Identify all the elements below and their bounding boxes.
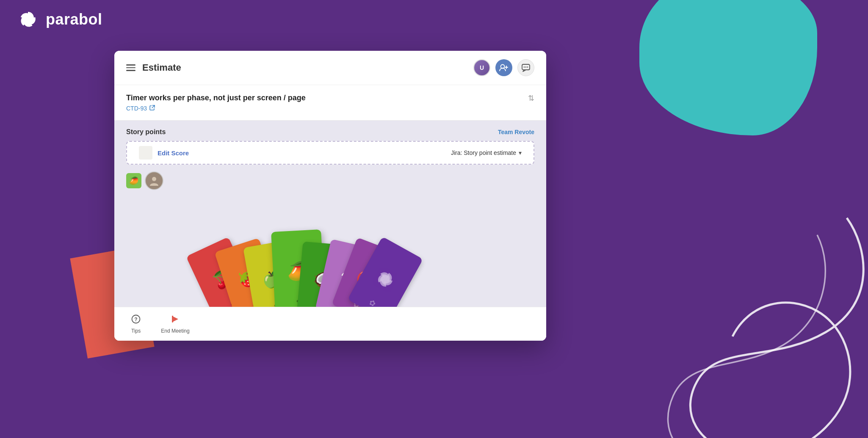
issue-link-text: CTD-93 xyxy=(126,105,147,112)
end-meeting-button[interactable]: End Meeting xyxy=(152,311,198,337)
issue-content: Timer works per phase, not just per scre… xyxy=(126,94,306,112)
card-title: Estimate xyxy=(142,62,181,73)
jira-dropdown-arrow-icon: ▾ xyxy=(519,149,522,156)
participant-vote-item: 🥭 xyxy=(126,171,163,190)
story-section: Story points Team Revote Edit Score Jira… xyxy=(114,121,546,341)
issue-title: Timer works per phase, not just per scre… xyxy=(126,94,306,102)
svg-text:?: ? xyxy=(134,317,137,322)
story-header: Story points Team Revote xyxy=(114,121,546,141)
card-header: Estimate U xyxy=(114,51,546,85)
add-participant-button[interactable] xyxy=(495,59,512,76)
end-meeting-icon xyxy=(171,314,180,326)
chevron-updown-icon[interactable]: ⇅ xyxy=(528,94,534,103)
edit-score-left: Edit Score xyxy=(139,146,189,160)
end-meeting-label: End Meeting xyxy=(161,328,189,334)
bg-teal-decoration xyxy=(639,0,817,135)
bottom-bar: ? Tips End Meeting xyxy=(114,307,546,341)
app-header: parabol xyxy=(17,8,102,30)
jira-label: Jira: Story point estimate xyxy=(451,149,516,156)
tips-button[interactable]: ? Tips xyxy=(123,311,149,337)
issue-section: Timer works per phase, not just per scre… xyxy=(114,85,546,121)
menu-button[interactable] xyxy=(126,64,135,71)
bg-swirl-decoration xyxy=(572,184,868,438)
card-header-right: U xyxy=(473,59,534,76)
tips-label: Tips xyxy=(131,328,141,334)
score-placeholder xyxy=(139,146,152,160)
svg-point-4 xyxy=(527,66,528,67)
main-card: Estimate U xyxy=(114,51,546,341)
app-name: parabol xyxy=(46,11,102,28)
external-link-icon xyxy=(149,105,155,112)
vote-card: 🥭 xyxy=(126,173,141,188)
svg-point-5 xyxy=(152,177,156,181)
team-revote-button[interactable]: Team Revote xyxy=(498,129,534,135)
user-avatar: U xyxy=(473,59,490,76)
issue-link[interactable]: CTD-93 xyxy=(126,105,306,112)
svg-point-2 xyxy=(524,66,525,67)
edit-score-row: Edit Score Jira: Story point estimate ▾ xyxy=(126,141,534,165)
card-header-left: Estimate xyxy=(126,62,181,73)
participant-avatar xyxy=(145,171,163,190)
story-points-title: Story points xyxy=(126,128,166,136)
edit-score-button[interactable]: Edit Score xyxy=(158,149,189,157)
tips-icon: ? xyxy=(131,314,141,326)
parabol-logo-icon xyxy=(17,8,39,30)
participants-row: 🥭 xyxy=(114,165,546,197)
jira-dropdown[interactable]: Jira: Story point estimate ▾ xyxy=(451,149,522,156)
svg-point-3 xyxy=(525,66,526,67)
chat-button[interactable] xyxy=(517,59,534,76)
svg-rect-8 xyxy=(172,316,173,322)
